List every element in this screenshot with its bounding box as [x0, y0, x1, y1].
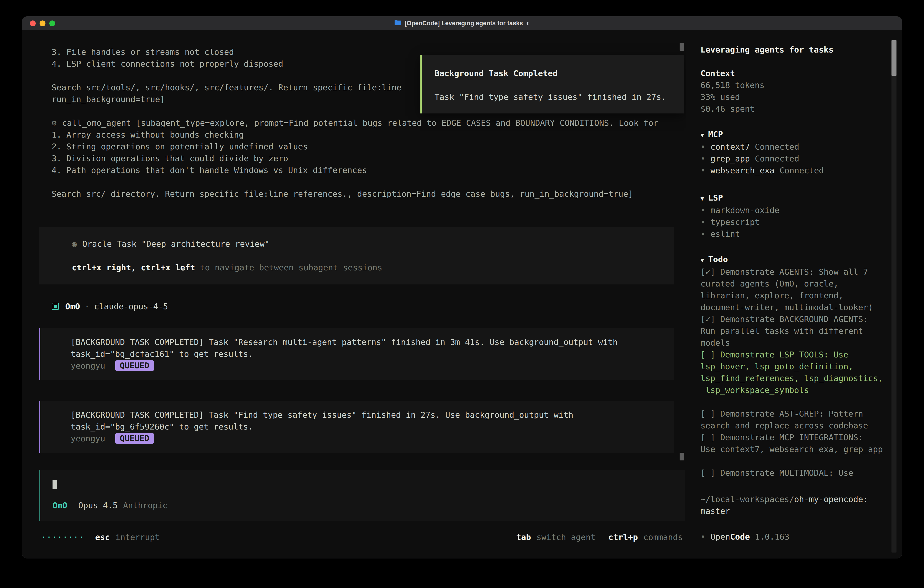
model-info-row: OmOOpus 4.5Anthropic	[53, 500, 685, 511]
log-line: 2. String operations on potentially unde…	[52, 141, 686, 153]
input-line[interactable]	[53, 479, 685, 491]
mcp-section-toggle[interactable]: ▼MCP	[701, 129, 902, 141]
provider-label: Anthropic	[123, 501, 167, 510]
log-line: 1. Array access without bounds checking	[52, 129, 686, 141]
statusbar-right: tabswitch agentctrl+pcommands	[516, 531, 683, 543]
todo-line: document-writer, multimodal-looker)	[701, 302, 902, 313]
lsp-item: •eslint	[701, 228, 902, 240]
statusbar-left: ········escinterrupt	[41, 531, 160, 543]
todo-line: search and replace across codebase	[701, 420, 902, 431]
mcp-item: •context7Connected	[701, 141, 902, 153]
navigation-hint: ctrl+x right, ctrl+x left to navigate be…	[72, 262, 674, 274]
window-title: [OpenCode] Leveraging agents for tasks◐	[394, 20, 530, 27]
toast-body: Task "Find type safety issues" finished …	[434, 91, 684, 103]
separator-dot: ·	[84, 302, 89, 311]
workspace-branch: master	[701, 505, 902, 517]
esc-key-label: interrupt	[115, 532, 160, 542]
close-button[interactable]	[30, 20, 36, 26]
todo-item: [✓] Demonstrate BACKGROUND AGENTS: Run p…	[701, 313, 902, 349]
main-scrollbar-thumb[interactable]	[680, 43, 684, 51]
active-model-label: Opus 4.5	[78, 501, 117, 510]
message-line: task_id="bg_dcfac161" to get results.	[71, 348, 674, 360]
mcp-item: •grep_appConnected	[701, 153, 902, 165]
active-agent-label: OmO	[53, 501, 67, 510]
traffic-lights	[30, 17, 55, 30]
prompt-input[interactable]: OmOOpus 4.5Anthropic	[39, 470, 685, 521]
lsp-section-toggle[interactable]: ▼LSP	[701, 192, 902, 205]
window-title-text: [OpenCode] Leveraging agents for tasks	[405, 20, 523, 27]
log-line: 3. Division operations that could divide…	[52, 153, 686, 164]
todo-line: curated agents (OmO, oracle,	[701, 278, 902, 290]
mcp-item: •websearch_exaConnected	[701, 165, 902, 177]
app-version-footer: •OpenCode1.0.163	[701, 531, 789, 543]
tool-call-header: ⚙call_omo_agent [subagent_type=explore, …	[52, 117, 686, 129]
todo-item: [ ] Demonstrate MCP INTEGRATIONS: Use co…	[701, 431, 902, 455]
subagent-session-title: ◉Oracle Task "Deep architecture review"	[72, 238, 674, 250]
todo-line: [ ] Demonstrate MULTIMODAL: Use	[701, 467, 902, 479]
context-used: 33% used	[701, 91, 902, 103]
tab-key-hint: tab	[516, 532, 531, 542]
agent-name: OmO	[65, 302, 80, 311]
oracle-session-icon: ◉	[72, 239, 77, 249]
log-line: 4. Path operations that don't handle Win…	[52, 164, 686, 176]
agent-checkbox-icon	[52, 303, 59, 310]
bullet-icon: •	[701, 142, 706, 152]
sidebar-scrollbar-thumb[interactable]	[891, 40, 896, 76]
main-scrollbar-thumb[interactable]	[680, 453, 684, 461]
context-tokens: 66,518 tokens	[701, 79, 902, 91]
bullet-icon: •	[701, 532, 706, 542]
log-line	[52, 176, 686, 188]
session-title: Leveraging agents for tasks	[701, 44, 902, 56]
lsp-item: •typescript	[701, 216, 902, 228]
todo-line: [✓] Demonstrate BACKGROUND AGENTS:	[701, 313, 902, 325]
message-author: yeongyu	[71, 361, 105, 370]
todo-section-toggle[interactable]: ▼Todo	[701, 254, 902, 266]
esc-key-hint: esc	[95, 532, 110, 542]
app-version: 1.0.163	[755, 532, 789, 542]
message-line: [BACKGROUND TASK COMPLETED] Task "Resear…	[71, 336, 674, 348]
agent-header: OmO·claude-opus-4-5	[52, 301, 686, 312]
agent-model: claude-opus-4-5	[94, 302, 168, 311]
app-window: [OpenCode] Leveraging agents for tasks◐ …	[22, 17, 902, 558]
folder-icon	[394, 20, 401, 27]
message-line: task_id="bg_6f59260c" to get results.	[71, 421, 674, 433]
collapse-arrow-icon: ▼	[701, 195, 704, 202]
message-meta: yeongyuQUEUED	[71, 433, 674, 444]
log-line: Search src/ directory. Return specific f…	[52, 188, 686, 200]
todo-line: [✓] Demonstrate AGENTS: Show all 7	[701, 266, 902, 278]
subagent-session-card[interactable]: ◉Oracle Task "Deep architecture review" …	[39, 227, 674, 284]
bullet-icon: •	[701, 229, 706, 238]
message-author: yeongyu	[71, 434, 105, 443]
todo-section: ▼Todo [✓] Demonstrate AGENTS: Show all 7…	[701, 254, 902, 479]
commands-key-label: commands	[644, 532, 683, 542]
todo-item: [ ] Demonstrate AST-GREP: Pattern search…	[701, 408, 902, 431]
message-line: [BACKGROUND TASK COMPLETED] Task "Find t…	[71, 409, 674, 421]
todo-line: lsp_find_references, lsp_diagnostics,	[701, 372, 902, 384]
queued-status-badge: QUEUED	[115, 360, 154, 371]
bullet-icon: •	[701, 166, 706, 175]
message-meta: yeongyuQUEUED	[71, 360, 674, 372]
toast-title: Background Task Completed	[434, 68, 684, 79]
bullet-icon: •	[701, 206, 706, 215]
window-titlebar: [OpenCode] Leveraging agents for tasks◐	[22, 17, 902, 30]
commands-key-hint: ctrl+p	[609, 532, 638, 542]
text-cursor	[53, 480, 57, 489]
todo-line: librarian, explore, frontend,	[701, 290, 902, 302]
todo-item-active: [ ] Demonstrate LSP TOOLS: Use lsp_hover…	[701, 349, 902, 396]
todo-item: [✓] Demonstrate AGENTS: Show all 7 curat…	[701, 266, 902, 313]
status-bar: ········escinterrupt tabswitch agentctrl…	[41, 531, 683, 543]
todo-line: Use context7, websearch_exa, grep_app	[701, 443, 902, 455]
todo-line: [ ] Demonstrate AST-GREP: Pattern	[701, 408, 902, 420]
sidebar-scrollbar[interactable]	[891, 40, 896, 553]
context-spent: $0.46 spent	[701, 103, 902, 115]
app-name: Open	[711, 532, 730, 542]
blank-line	[72, 250, 674, 262]
terminal-main-pane: 3. File handles or streams not closed 4.…	[22, 30, 686, 558]
queued-status-badge: QUEUED	[115, 433, 154, 444]
minimize-button[interactable]	[40, 20, 46, 26]
context-heading: Context	[701, 68, 902, 79]
sidebar: Leveraging agents for tasks Context 66,5…	[686, 30, 902, 558]
tool-call-text: call_omo_agent [subagent_type=explore, p…	[62, 118, 658, 127]
context-section: Context 66,518 tokens 33% used $0.46 spe…	[701, 68, 902, 115]
zoom-button[interactable]	[50, 20, 55, 26]
